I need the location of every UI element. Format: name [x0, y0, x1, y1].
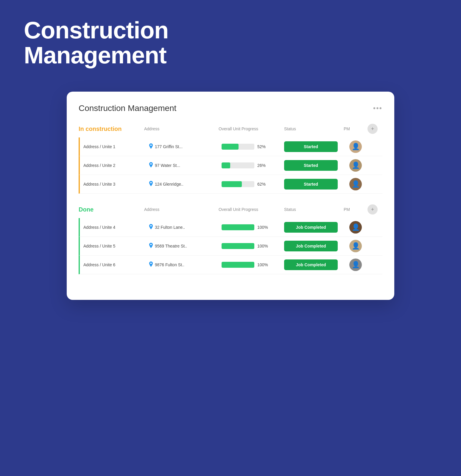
avatar-cell-done-0: 👤 — [344, 221, 367, 234]
data-row-in-construction-1: Address / Unite 297 Water St...26%Starte… — [79, 156, 382, 175]
status-badge-in-construction-0: Started — [284, 141, 338, 152]
hero-section: Construction Management — [0, 0, 461, 92]
status-badge-done-0: Job Completed — [284, 222, 338, 233]
section-header-row-done: DoneAddressOverall Unit ProgressStatusPM… — [79, 204, 382, 214]
progress-bar-bg-in-construction-2 — [222, 181, 254, 187]
status-badge-in-construction-1: Started — [284, 160, 338, 171]
avatar: 👤 — [349, 159, 362, 172]
progress-bar-bg-done-2 — [222, 262, 254, 268]
data-row-done-2: Address / Unite 69876 Fulton St..100%Job… — [79, 256, 382, 274]
section-in-construction: In constructionAddressOverall Unit Progr… — [79, 124, 382, 194]
add-button-done[interactable]: + — [367, 204, 378, 214]
card-wrapper: Construction Management ••• In construct… — [0, 92, 461, 324]
status-badge-done-2: Job Completed — [284, 259, 338, 270]
avatar-icon: 👤 — [352, 181, 360, 187]
avatar-cell-in-construction-2: 👤 — [344, 178, 367, 190]
col-header-progress-done: Overall Unit Progress — [219, 207, 284, 212]
progress-bar-bg-in-construction-0 — [222, 144, 254, 150]
col-header-pm-done: PM — [344, 207, 367, 212]
row-name-in-construction-1: Address / Unite 2 — [83, 163, 149, 168]
card-title: Construction Management — [79, 104, 176, 113]
progress-bar-fill-done-1 — [222, 243, 254, 249]
section-title-done: Done — [79, 206, 144, 213]
progress-cell-in-construction-1: 26% — [219, 162, 284, 168]
progress-bar-bg-done-0 — [222, 224, 254, 230]
data-row-done-0: Address / Unite 432 Fulton Lane..100%Job… — [79, 218, 382, 237]
avatar: 👤 — [349, 221, 362, 234]
row-name-in-construction-0: Address / Unite 1 — [83, 144, 149, 149]
location-icon — [149, 181, 153, 187]
progress-cell-done-2: 100% — [219, 262, 284, 268]
progress-bar-fill-done-2 — [222, 262, 254, 268]
progress-pct-done-2: 100% — [257, 262, 268, 267]
hero-title: Construction Management — [24, 18, 437, 68]
address-cell-in-construction-2: 124 Glenridge.. — [149, 181, 219, 187]
avatar-icon: 👤 — [352, 162, 360, 169]
avatar-icon: 👤 — [352, 143, 360, 150]
progress-bar-bg-in-construction-1 — [222, 162, 254, 168]
avatar-cell-in-construction-1: 👤 — [344, 159, 367, 172]
location-icon — [149, 143, 153, 150]
progress-pct-done-0: 100% — [257, 225, 268, 230]
progress-pct-in-construction-0: 52% — [257, 144, 266, 149]
row-name-in-construction-2: Address / Unite 3 — [83, 182, 149, 187]
progress-bar-fill-done-0 — [222, 224, 254, 230]
address-text-in-construction-0: 177 Griffin St... — [155, 144, 183, 149]
address-cell-in-construction-1: 97 Water St... — [149, 162, 219, 169]
col-header-address-done: Address — [144, 207, 219, 212]
row-name-done-0: Address / Unite 4 — [83, 225, 149, 230]
row-name-done-1: Address / Unite 5 — [83, 244, 149, 248]
address-cell-in-construction-0: 177 Griffin St... — [149, 143, 219, 150]
data-row-done-1: Address / Unite 59569 Theatre St..100%Jo… — [79, 237, 382, 256]
address-text-in-construction-1: 97 Water St... — [155, 163, 180, 168]
progress-bar-fill-in-construction-2 — [222, 181, 242, 187]
location-icon — [149, 224, 153, 231]
avatar: 👤 — [349, 140, 362, 153]
address-text-done-2: 9876 Fulton St.. — [155, 262, 184, 267]
section-title-in-construction: In construction — [79, 126, 144, 132]
progress-cell-done-1: 100% — [219, 243, 284, 249]
avatar-cell-done-2: 👤 — [344, 259, 367, 271]
avatar-cell-done-1: 👤 — [344, 240, 367, 252]
address-cell-done-0: 32 Fulton Lane.. — [149, 224, 219, 231]
progress-pct-in-construction-2: 62% — [257, 182, 266, 187]
status-badge-in-construction-2: Started — [284, 179, 338, 190]
location-icon — [149, 243, 153, 249]
col-header-pm-in-construction: PM — [344, 126, 367, 131]
location-icon — [149, 262, 153, 268]
avatar: 👤 — [349, 259, 362, 271]
avatar-icon: 👤 — [352, 262, 360, 268]
address-text-in-construction-2: 124 Glenridge.. — [155, 182, 183, 187]
progress-cell-done-0: 100% — [219, 224, 284, 230]
add-button-in-construction[interactable]: + — [367, 124, 378, 134]
data-row-in-construction-2: Address / Unite 3124 Glenridge..62%Start… — [79, 175, 382, 194]
sections-container: In constructionAddressOverall Unit Progr… — [79, 124, 382, 274]
col-header-progress-in-construction: Overall Unit Progress — [219, 126, 284, 131]
more-menu-button[interactable]: ••• — [373, 104, 382, 112]
progress-bar-fill-in-construction-0 — [222, 144, 239, 150]
col-header-address-in-construction: Address — [144, 126, 219, 131]
progress-cell-in-construction-2: 62% — [219, 181, 284, 187]
address-cell-done-2: 9876 Fulton St.. — [149, 262, 219, 268]
address-text-done-1: 9569 Theatre St.. — [155, 244, 187, 248]
avatar-icon: 👤 — [352, 243, 360, 249]
card-header: Construction Management ••• — [79, 104, 382, 113]
avatar-cell-in-construction-0: 👤 — [344, 140, 367, 153]
col-header-status-in-construction: Status — [284, 126, 344, 131]
progress-bar-fill-in-construction-1 — [222, 162, 230, 168]
data-row-in-construction-0: Address / Unite 1177 Griffin St...52%Sta… — [79, 137, 382, 156]
location-icon — [149, 162, 153, 169]
section-header-row-in-construction: In constructionAddressOverall Unit Progr… — [79, 124, 382, 134]
col-header-status-done: Status — [284, 207, 344, 212]
main-card: Construction Management ••• In construct… — [67, 92, 394, 300]
row-name-done-2: Address / Unite 6 — [83, 262, 149, 267]
progress-cell-in-construction-0: 52% — [219, 144, 284, 150]
progress-pct-done-1: 100% — [257, 244, 268, 248]
address-cell-done-1: 9569 Theatre St.. — [149, 243, 219, 249]
progress-pct-in-construction-1: 26% — [257, 163, 266, 168]
address-text-done-0: 32 Fulton Lane.. — [155, 225, 185, 230]
avatar: 👤 — [349, 178, 362, 190]
status-badge-done-1: Job Completed — [284, 241, 338, 251]
progress-bar-bg-done-1 — [222, 243, 254, 249]
avatar: 👤 — [349, 240, 362, 252]
